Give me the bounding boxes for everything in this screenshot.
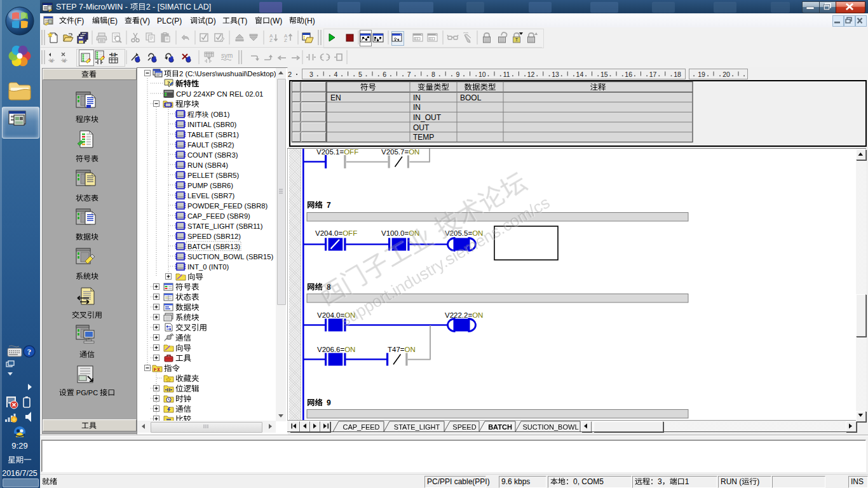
- svg-text:9:29: 9:29: [11, 441, 27, 451]
- svg-text:(H): (H): [304, 17, 315, 25]
- svg-text:15: 15: [600, 71, 608, 78]
- svg-text:Z: Z: [269, 37, 273, 43]
- svg-text:8: 8: [431, 71, 435, 78]
- svg-text:19: 19: [698, 71, 705, 78]
- svg-text:OFF: OFF: [342, 229, 357, 237]
- svg-text:2016/7/25: 2016/7/25: [2, 469, 37, 478]
- svg-text:5: 5: [358, 71, 362, 78]
- svg-text:18: 18: [674, 71, 681, 78]
- svg-text:SUCTION_BOWL: SUCTION_BOWL: [522, 423, 578, 431]
- svg-text:3: 3: [658, 477, 662, 486]
- svg-text:STEP 7-Micro/WIN -: STEP 7-Micro/WIN -: [56, 3, 130, 11]
- svg-text:13: 13: [552, 71, 559, 78]
- svg-text:9: 9: [327, 398, 331, 407]
- svg-text:INITIAL (SBR0): INITIAL (SBR0): [187, 121, 237, 128]
- svg-text:14: 14: [576, 71, 584, 78]
- svg-text:PC/PPI cable(PPI): PC/PPI cable(PPI): [427, 477, 490, 486]
- svg-text:STATE_LIGHT: STATE_LIGHT: [394, 423, 440, 431]
- svg-text:BATCH: BATCH: [488, 423, 512, 431]
- svg-text:BOOL: BOOL: [460, 93, 482, 102]
- svg-text:SPEED (SBR12): SPEED (SBR12): [187, 233, 241, 240]
- svg-text:2 - [SIMATIC LAD]: 2 - [SIMATIC LAD]: [146, 3, 212, 11]
- svg-text:V206.6=: V206.6=: [317, 346, 344, 353]
- svg-text:10: 10: [478, 71, 486, 78]
- svg-text:(P): (P): [172, 17, 182, 25]
- svg-text:11: 11: [503, 71, 510, 78]
- svg-text:(T): (T): [238, 17, 247, 25]
- svg-text:INT_0 (INT0): INT_0 (INT0): [187, 263, 229, 271]
- svg-text:V204.0=: V204.0=: [315, 229, 342, 237]
- svg-text:TEMP: TEMP: [413, 133, 434, 142]
- svg-text:V100.0=: V100.0=: [381, 229, 409, 237]
- svg-text:Z: Z: [284, 37, 287, 43]
- svg-text:7: 7: [327, 201, 331, 210]
- svg-text:V205.7=: V205.7=: [381, 148, 409, 156]
- svg-text:CAP_FEED (SBR9): CAP_FEED (SBR9): [187, 212, 250, 220]
- svg-text:2 (C:\Users\wushuail\Desktop): 2 (C:\Users\wushuail\Desktop): [179, 70, 276, 78]
- svg-text:PUMP (SBR6): PUMP (SBR6): [187, 182, 233, 189]
- svg-text:T: T: [515, 37, 518, 42]
- svg-text:12: 12: [527, 71, 535, 78]
- svg-text:?: ?: [27, 347, 32, 356]
- svg-text:IN: IN: [413, 103, 421, 112]
- svg-text:2: 2: [288, 71, 292, 78]
- svg-text:COUNT (SBR3): COUNT (SBR3): [187, 151, 238, 159]
- svg-text:17: 17: [649, 71, 657, 78]
- svg-text:INS: INS: [851, 477, 864, 486]
- svg-text:16: 16: [625, 71, 632, 78]
- svg-text:sym: sym: [221, 52, 233, 59]
- svg-text:STATE_LIGHT (SBR11): STATE_LIGHT (SBR11): [187, 222, 263, 230]
- svg-text:IN: IN: [413, 93, 421, 102]
- svg-text:4: 4: [334, 71, 337, 78]
- svg-text:6: 6: [383, 71, 386, 78]
- svg-text:T47=: T47=: [388, 346, 405, 353]
- svg-text:ON: ON: [472, 311, 483, 319]
- svg-text:SUCTION_BOWL (SBR15): SUCTION_BOWL (SBR15): [187, 253, 273, 261]
- svg-text:0, COM5: 0, COM5: [573, 477, 604, 486]
- svg-text:1: 1: [685, 477, 689, 486]
- svg-text:CAP_FEED: CAP_FEED: [342, 423, 379, 431]
- svg-text:RUN (SBR4): RUN (SBR4): [187, 161, 228, 169]
- svg-text:CPU 224XP CN REL 02.01: CPU 224XP CN REL 02.01: [176, 90, 263, 98]
- svg-text:): ): [757, 477, 759, 486]
- svg-text:BATCH (SBR13): BATCH (SBR13): [187, 243, 240, 250]
- svg-text:3: 3: [309, 71, 313, 78]
- svg-text:IN_OUT: IN_OUT: [413, 113, 442, 122]
- svg-text:?: ?: [167, 80, 170, 86]
- svg-text:SPEED: SPEED: [452, 423, 476, 431]
- svg-text:ON: ON: [409, 148, 419, 156]
- svg-text:OUT: OUT: [413, 123, 430, 132]
- svg-text:(D): (D): [205, 17, 216, 25]
- svg-text:(E): (E): [107, 17, 118, 25]
- svg-text:V205.1=: V205.1=: [316, 148, 344, 156]
- svg-text:OFF: OFF: [344, 148, 358, 156]
- svg-text:(V): (V): [140, 17, 150, 25]
- svg-text:20: 20: [722, 71, 730, 78]
- svg-text:TABLET (SBR1): TABLET (SBR1): [187, 131, 239, 139]
- svg-text:LEVEL (SBR7): LEVEL (SBR7): [187, 192, 234, 200]
- svg-text:9.6 kbps: 9.6 kbps: [501, 477, 530, 486]
- svg-text:4: 4: [112, 53, 115, 57]
- svg-text:POWDER_FEED (SBR8): POWDER_FEED (SBR8): [187, 202, 268, 210]
- svg-text:PLC: PLC: [157, 17, 172, 25]
- svg-text:程序块 (OB1): 程序块 (OB1): [187, 111, 230, 118]
- svg-text:EN: EN: [330, 93, 341, 102]
- svg-text:PG/PC: PG/PC: [74, 389, 100, 396]
- svg-text:ON: ON: [344, 346, 355, 353]
- svg-text:RUN (: RUN (: [721, 477, 742, 486]
- svg-text:FAULT (SBR2): FAULT (SBR2): [187, 141, 234, 149]
- svg-text:PELLET (SBR5): PELLET (SBR5): [187, 172, 240, 179]
- svg-text:ON: ON: [405, 346, 416, 353]
- svg-text:(W): (W): [270, 17, 282, 25]
- svg-text:9: 9: [456, 71, 459, 78]
- svg-text:7: 7: [407, 71, 411, 78]
- svg-text:(F): (F): [74, 17, 84, 25]
